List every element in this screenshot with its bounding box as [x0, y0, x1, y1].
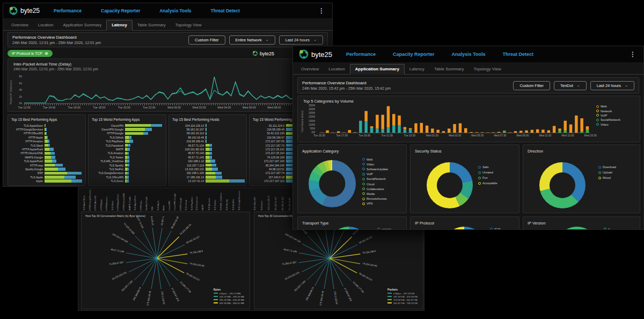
legend-marker: [596, 114, 599, 117]
x-tick: Tue 20:00: [118, 106, 130, 109]
time-range-select[interactable]: Last 24 hours ⌄: [279, 35, 323, 45]
x-axis-ticks: Tue 12:00Tue 14:00Tue 16:00Tue 18:00Tue …: [24, 106, 324, 110]
y-tick: 50M: [305, 127, 315, 130]
donut-panel-application-category: Application CategoryWebVideoSoftwareUpda…: [297, 144, 407, 213]
bar: [206, 156, 245, 159]
legend-label: 145.13 MB - 290.26 MB: [219, 295, 244, 298]
x-tick: Tue 15:30: [313, 134, 325, 137]
stacked-bar-web: [508, 132, 511, 133]
wc-nav-performance[interactable]: Performance: [346, 52, 376, 57]
bar-segment-green: [45, 176, 64, 179]
kebab-menu-icon[interactable]: ⋮: [316, 7, 327, 15]
line-series-2: [24, 82, 324, 103]
bar: [45, 152, 84, 155]
bar-row: TLS.Facebook: [90, 143, 164, 147]
x-tick: Wed 11:30: [539, 134, 551, 137]
bar-segment-blue: [145, 128, 152, 131]
bar-segment-blue: [209, 156, 213, 159]
wc-tab-overview[interactable]: Overview: [296, 64, 324, 74]
network-select[interactable]: Entire Network ⌄: [229, 35, 275, 45]
remove-filter-icon[interactable]: ⊗: [45, 51, 48, 56]
bar-label: HTTP.ntop: [10, 164, 45, 167]
wc-nav-capacity-reporter[interactable]: Capacity Reporter: [393, 52, 435, 57]
rotated-axis-label: TLS.Amazon: [208, 189, 210, 211]
tab-bar: OverviewLocationApplication SummaryLaten…: [293, 62, 643, 75]
wc-tab-table-summary[interactable]: Table Summary: [429, 64, 469, 74]
app-navbar: byte25 PerformanceCapacity ReporterAnaly…: [293, 46, 643, 62]
filter-chip[interactable]: IP Protocol is TCP ⊗: [8, 50, 53, 57]
bar-segment-green: [45, 156, 51, 159]
time-range-select[interactable]: Last 24 hours ⌄: [590, 81, 634, 90]
wc-nav-threat-detect[interactable]: Threat Detect: [502, 52, 533, 57]
bar-row: 45.57.71.134: [171, 143, 245, 147]
stacked-bar-web: [580, 118, 583, 132]
bar-label: Apple: [10, 179, 45, 183]
byte25-logo[interactable]: byte25: [298, 49, 332, 60]
bar-label: 35.244.184.245: [251, 164, 286, 167]
x-tick: Wed 08:00: [267, 106, 281, 109]
host-label: 74.125.101.69: [362, 262, 378, 267]
wa-tab-location[interactable]: Location: [33, 20, 58, 30]
top15-panel-top-15-worst-performing-apps: Top 15 Worst Performing AppsCiscoVPNCisc…: [88, 114, 166, 186]
bar-segment-blue: [58, 168, 66, 171]
rotated-axis-label: TLS.Office365: [253, 189, 256, 211]
wa-nav-performance[interactable]: Performance: [54, 8, 82, 13]
wa-tab-application-summary[interactable]: Application Summary: [58, 20, 106, 30]
bar-row: 103.231.98.193: [171, 147, 245, 151]
wa-tab-table-summary[interactable]: Table Summary: [133, 20, 171, 30]
rotated-axis-label: HTTP.Google: [179, 189, 182, 211]
legend-marker: [478, 177, 481, 179]
x-tick: Wed 04:00: [217, 106, 231, 109]
bar: [45, 128, 84, 131]
legend-marker: [214, 299, 218, 300]
bar: [206, 140, 245, 143]
wc-tab-topology-view[interactable]: Topology View: [469, 64, 506, 74]
wa-tab-topology-view[interactable]: Topology View: [171, 20, 207, 30]
bar-row: HTTP.GoogleServices: [10, 127, 84, 131]
bar-row: TLS.Zoom: [90, 179, 164, 183]
bar-row: Apple: [10, 179, 84, 183]
kebab-menu-icon[interactable]: ⋮: [627, 50, 638, 58]
bar-segment-blue: [49, 148, 53, 151]
bar-segment-green: [206, 168, 212, 171]
legend-item-safe: Safe: [478, 164, 497, 170]
wc-tab-application-summary[interactable]: Application Summary: [350, 64, 405, 75]
wa-nav-analysis-tools[interactable]: Analysis Tools: [159, 8, 191, 13]
donut-hole: [550, 172, 575, 198]
host-label: 45.57.70.149: [136, 216, 144, 229]
bar-label: 58.162.16.107: [171, 128, 206, 131]
header-actions: Custom Filter Entire Network ⌄ Last 24 h…: [188, 35, 323, 45]
bar-label: 216.58.199.42: [171, 140, 206, 143]
bar-row: 192.168.1.10: [171, 160, 245, 163]
bar-segment-blue: [209, 152, 213, 155]
y-tick: 2k: [12, 95, 22, 98]
bar: [45, 132, 84, 135]
custom-filter-button[interactable]: Custom Filter: [188, 35, 225, 45]
legend-marker: [478, 166, 481, 169]
custom-filter-button[interactable]: Custom Filter: [513, 81, 550, 90]
bar-row: 17.188.166.19: [171, 175, 245, 179]
wc-tab-latency[interactable]: Latency: [405, 64, 429, 74]
chevron-down-icon: ⌄: [266, 38, 269, 42]
bar-row: SMTP: [90, 147, 164, 151]
bar-row: 13.107.42.14: [171, 179, 245, 183]
stacked-bar-web: [442, 131, 445, 133]
chart-subtitle: 24th Mar 2020, 12:01 pm - 25th Mar 2020,…: [13, 67, 328, 71]
wa-nav-threat-detect[interactable]: Threat Detect: [211, 8, 240, 13]
bar-segment-green: [45, 168, 58, 171]
legend-item-download: Download: [598, 164, 616, 170]
bar-row: 45.57.71.145: [171, 155, 245, 159]
bar-row: Spotify.Google: [10, 167, 84, 171]
network-select[interactable]: TenDot ⌄: [554, 81, 587, 90]
wa-tab-overview[interactable]: Overview: [6, 20, 33, 30]
legend-marker: [362, 163, 365, 165]
bar: [45, 124, 84, 127]
bar-segment-blue: [129, 140, 133, 143]
wc-tab-location[interactable]: Location: [324, 64, 349, 74]
wc-nav-analysis-tools[interactable]: Analysis Tools: [452, 52, 486, 57]
wa-tab-latency[interactable]: Latency: [106, 20, 133, 31]
byte25-logo-icon: [298, 49, 309, 60]
wa-nav-capacity-reporter[interactable]: Capacity Reporter: [101, 8, 140, 13]
byte25-logo[interactable]: byte25: [9, 6, 40, 16]
legend-item-upload: Upload: [598, 170, 616, 175]
